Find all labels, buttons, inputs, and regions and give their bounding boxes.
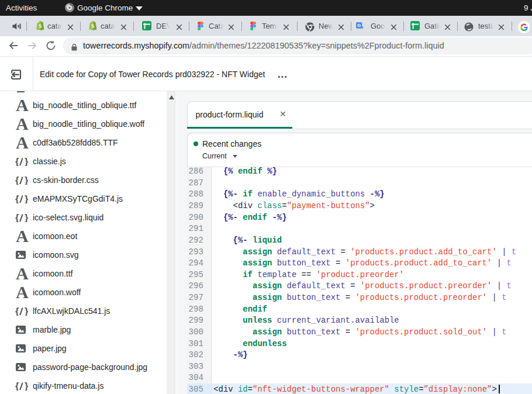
svg-text:}: }	[25, 307, 28, 316]
svg-text:{: {	[15, 195, 19, 203]
svg-text:{: {	[15, 176, 19, 185]
svg-text:{: {	[15, 382, 19, 390]
svg-text:}: }	[25, 176, 28, 185]
svg-text:G: G	[357, 23, 361, 28]
svg-text:S: S	[91, 23, 94, 29]
svg-text:}: }	[25, 157, 28, 166]
svg-text:{: {	[15, 307, 19, 316]
svg-text:{: {	[15, 213, 19, 222]
svg-text:S: S	[38, 23, 41, 29]
svg-text:}: }	[25, 382, 28, 390]
svg-text:}: }	[25, 213, 28, 222]
svg-text:}: }	[25, 195, 28, 203]
svg-text:{: {	[15, 157, 19, 166]
